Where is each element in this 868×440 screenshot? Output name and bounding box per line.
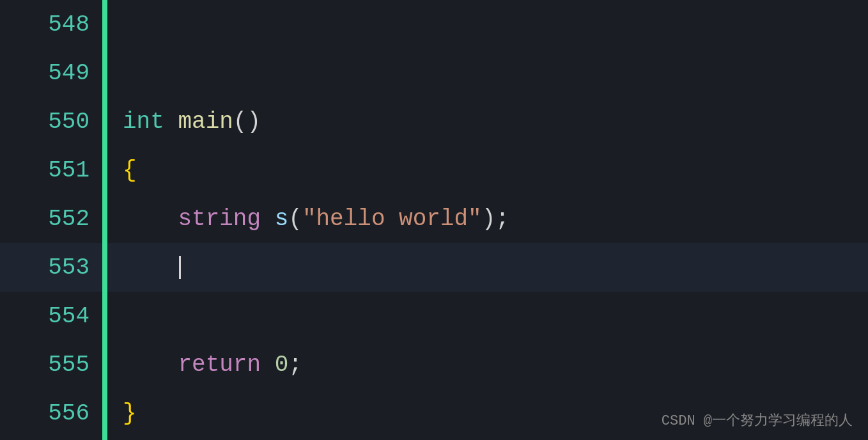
line-content-556: } bbox=[107, 400, 137, 427]
semicolon-552: ; bbox=[495, 206, 509, 232]
line-number-549: 549 bbox=[0, 60, 102, 86]
code-editor: 548 549 550 int main ( ) 551 bbox=[0, 0, 868, 440]
code-lines: 548 549 550 int main ( ) 551 bbox=[0, 0, 868, 440]
line-gutter-553 bbox=[102, 243, 107, 292]
line-gutter-551 bbox=[102, 146, 107, 194]
line-content-553 bbox=[107, 255, 181, 281]
line-content-551: { bbox=[107, 157, 137, 184]
keyword-return: return bbox=[178, 352, 261, 378]
code-line-553: 553 bbox=[0, 243, 868, 292]
code-line-554: 554 bbox=[0, 292, 868, 340]
paren-close: ) bbox=[247, 109, 261, 135]
line-number-554: 554 bbox=[0, 303, 102, 329]
line-gutter-550 bbox=[102, 97, 107, 146]
keyword-string: string bbox=[178, 206, 261, 232]
brace-open-551: { bbox=[123, 157, 137, 184]
code-line-548: 548 bbox=[0, 0, 868, 49]
line-content-555: return 0 ; bbox=[107, 352, 302, 378]
code-line-550: 550 int main ( ) bbox=[0, 97, 868, 146]
text-cursor bbox=[179, 256, 181, 279]
paren-open: ( bbox=[233, 109, 247, 135]
line-gutter-549 bbox=[102, 49, 107, 97]
semicolon-555: ; bbox=[288, 352, 302, 378]
line-number-550: 550 bbox=[0, 109, 102, 135]
line-content-550: int main ( ) bbox=[107, 109, 261, 135]
string-hello-world: "hello world" bbox=[302, 206, 482, 232]
line-number-553: 553 bbox=[0, 255, 102, 281]
keyword-int: int bbox=[123, 109, 164, 135]
line-number-552: 552 bbox=[0, 206, 102, 232]
code-line-549: 549 bbox=[0, 49, 868, 97]
line-number-551: 551 bbox=[0, 157, 102, 184]
variable-s: s bbox=[275, 206, 289, 232]
line-content-552: string s ( "hello world" ) ; bbox=[107, 206, 509, 232]
code-line-551: 551 { bbox=[0, 146, 868, 194]
space-552 bbox=[261, 206, 275, 232]
number-zero: 0 bbox=[275, 352, 289, 378]
indent-553 bbox=[123, 255, 178, 281]
paren-552-open: ( bbox=[288, 206, 302, 232]
line-number-555: 555 bbox=[0, 352, 102, 378]
code-line-557: 557 bbox=[0, 437, 868, 440]
line-number-556: 556 bbox=[0, 400, 102, 427]
brace-close-556: } bbox=[123, 400, 137, 427]
indent-555 bbox=[123, 352, 178, 378]
line-gutter-552 bbox=[102, 194, 107, 243]
line-gutter-548 bbox=[102, 0, 107, 49]
space-555 bbox=[261, 352, 275, 378]
code-line-552: 552 string s ( "hello world" ) ; bbox=[0, 194, 868, 243]
function-name-main: main bbox=[178, 109, 233, 135]
line-gutter-556 bbox=[102, 389, 107, 437]
watermark: CSDN @一个努力学习编程的人 bbox=[662, 411, 853, 430]
space bbox=[164, 109, 178, 135]
line-number-548: 548 bbox=[0, 12, 102, 38]
line-gutter-557 bbox=[102, 437, 107, 440]
paren-552-close: ) bbox=[482, 206, 496, 232]
line-gutter-555 bbox=[102, 340, 107, 389]
line-gutter-554 bbox=[102, 292, 107, 340]
indent-552 bbox=[123, 206, 178, 232]
code-line-555: 555 return 0 ; bbox=[0, 340, 868, 389]
